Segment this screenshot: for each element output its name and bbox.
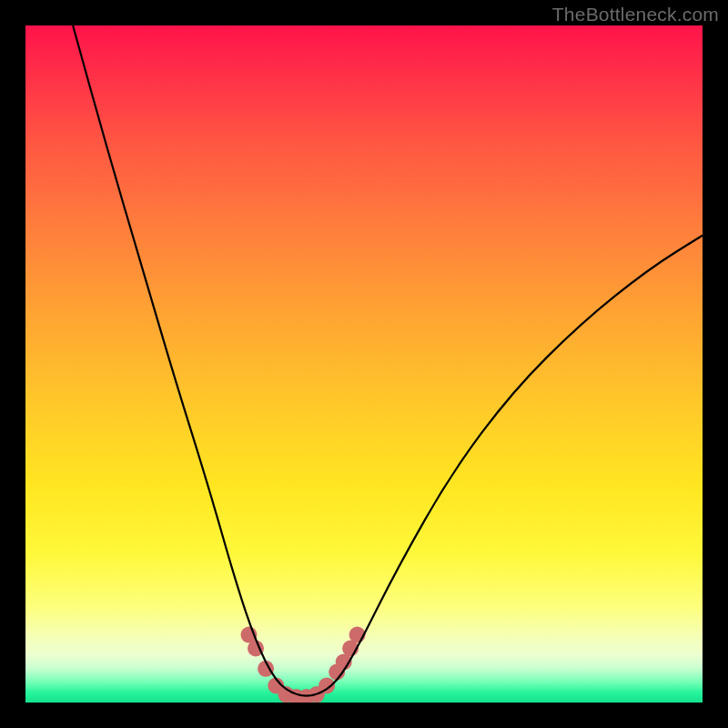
curve-layer bbox=[25, 25, 703, 703]
watermark-text: TheBottleneck.com bbox=[552, 4, 719, 25]
chart-frame: TheBottleneck.com bbox=[0, 0, 728, 728]
plot-area bbox=[25, 25, 703, 703]
bottleneck-curve bbox=[73, 25, 703, 696]
